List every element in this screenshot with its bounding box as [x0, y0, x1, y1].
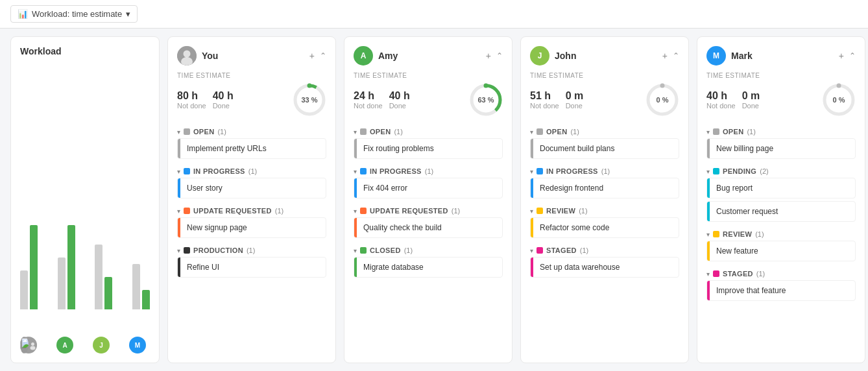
task-item[interactable]: Refactor some code: [530, 217, 679, 238]
task-item[interactable]: Migrate database: [354, 257, 503, 278]
top-bar: 📊 Workload: time estimate ▾: [0, 0, 868, 29]
bar-you-gray: [20, 270, 28, 309]
task-item[interactable]: Document build plans: [530, 138, 679, 159]
section-production: ▾ PRODUCTION (1) Refine UI: [177, 243, 326, 280]
add-icon[interactable]: +: [486, 51, 491, 61]
task-item[interactable]: Fix 404 error: [354, 178, 503, 198]
chart-bars-you: [20, 199, 38, 309]
section-pending: ▾ PENDING (2) Bug report Customer reques…: [706, 164, 856, 224]
task-item[interactable]: Bug report: [706, 178, 856, 198]
task-name: Quality check the build: [357, 218, 502, 237]
task-name: Fix routing problems: [357, 139, 502, 158]
workload-dropdown[interactable]: 📊 Workload: time estimate ▾: [10, 5, 138, 23]
donut-mark: 0 %: [822, 83, 856, 117]
section-header[interactable]: ▾ PRODUCTION (1): [177, 243, 326, 257]
svg-point-17: [837, 84, 841, 88]
svg-point-8: [307, 84, 312, 88]
section-header[interactable]: ▾ OPEN (1): [706, 125, 856, 138]
chevron-icon: ▾: [177, 208, 180, 215]
add-icon[interactable]: +: [309, 51, 315, 61]
task-name: Migrate database: [357, 257, 502, 277]
person-col-mark: M Mark + ⌃ TIME ESTIMATE 40 h Not done 0…: [697, 36, 865, 363]
te-not-done: 80 h Not done: [177, 90, 206, 110]
collapse-icon[interactable]: ⌃: [673, 51, 679, 60]
chevron-icon: ▾: [530, 208, 533, 215]
bar-you-green: [30, 225, 38, 309]
section-header[interactable]: ▾ OPEN (1): [177, 125, 326, 138]
task-item[interactable]: Set up data warehouse: [530, 257, 679, 278]
section-header[interactable]: ▾ REVIEW (1): [706, 227, 856, 241]
section-name: PENDING: [723, 167, 756, 175]
section-header[interactable]: ▾ OPEN (1): [354, 125, 503, 138]
donut-john: 0 %: [645, 83, 679, 117]
task-item[interactable]: Customer request: [706, 201, 856, 222]
section-review: ▾ REVIEW (1) New feature: [706, 227, 856, 264]
donut-amy: 63 %: [469, 83, 503, 117]
task-item[interactable]: Implement pretty URLs: [177, 138, 326, 159]
chart-area: [20, 67, 150, 329]
section-header[interactable]: ▾ PENDING (2): [706, 164, 856, 178]
section-dot: [536, 208, 543, 214]
te-not-done: 24 h Not done: [354, 90, 383, 110]
task-name: Bug report: [710, 178, 855, 198]
task-item[interactable]: User story: [177, 178, 326, 198]
section-header[interactable]: ▾ IN PROGRESS (1): [177, 164, 326, 178]
section-header[interactable]: ▾ IN PROGRESS (1): [354, 164, 503, 178]
task-name: Fix 404 error: [357, 178, 502, 198]
section-header[interactable]: ▾ REVIEW (1): [530, 204, 679, 217]
section-closed: ▾ CLOSED (1) Migrate database: [354, 243, 503, 280]
section-count: (2): [760, 167, 768, 175]
collapse-icon[interactable]: ⌃: [849, 51, 856, 60]
task-item[interactable]: Redesign frontend: [530, 178, 679, 198]
collapse-icon[interactable]: ⌃: [496, 51, 503, 60]
task-name: New feature: [710, 241, 855, 261]
section-dot: [184, 247, 190, 254]
task-item[interactable]: Fix routing problems: [354, 138, 503, 159]
te-label: TIME ESTIMATE: [530, 72, 679, 79]
task-name: Implement pretty URLs: [180, 139, 326, 158]
section-name: UPDATE REQUESTED: [370, 207, 448, 215]
section-dot: [360, 128, 367, 135]
chevron-icon: ▾: [354, 128, 357, 136]
person-name-mark: Mark: [731, 51, 753, 61]
chart-bars-john: [95, 199, 112, 309]
chevron-icon: ▾: [354, 208, 357, 215]
chevron-icon: ▾: [706, 128, 710, 136]
task-item[interactable]: New signup page: [177, 217, 326, 238]
collapse-icon[interactable]: ⌃: [320, 51, 326, 60]
task-item[interactable]: New feature: [706, 241, 856, 261]
section-header[interactable]: ▾ CLOSED (1): [354, 243, 503, 257]
task-item[interactable]: Improve that feature: [706, 280, 856, 301]
task-item[interactable]: New billing page: [706, 138, 856, 159]
chart-col-amy: [58, 199, 76, 309]
chevron-icon: ▾: [177, 168, 180, 175]
chevron-icon: ▾: [530, 128, 533, 136]
chevron-icon: ▾: [706, 231, 710, 238]
bar-john-green: [104, 277, 112, 309]
section-header[interactable]: ▾ IN PROGRESS (1): [530, 164, 679, 178]
add-icon[interactable]: +: [662, 51, 668, 61]
task-name: New signup page: [180, 218, 326, 237]
section-dot: [184, 128, 190, 135]
section-header[interactable]: ▾ UPDATE REQUESTED (1): [177, 204, 326, 217]
task-item[interactable]: Refine UI: [177, 257, 326, 278]
section-header[interactable]: ▾ OPEN (1): [530, 125, 679, 138]
section-name: REVIEW: [546, 207, 575, 215]
time-estimate-you: TIME ESTIMATE 80 h Not done 40 h Done 33…: [177, 72, 326, 117]
donut-you: 33 %: [293, 83, 326, 117]
chevron-icon: ▾: [706, 270, 710, 278]
donut-label: 0 %: [657, 96, 669, 104]
section-update-requested: ▾ UPDATE REQUESTED (1) Quality check the…: [354, 204, 503, 241]
add-icon[interactable]: +: [839, 51, 844, 61]
task-name: Set up data warehouse: [533, 257, 679, 277]
te-row: 51 h Not done 0 m Done 0 %: [530, 83, 679, 117]
task-item[interactable]: Quality check the build: [354, 217, 503, 238]
avatar-row: A J M: [20, 334, 150, 353]
section-header[interactable]: ▾ UPDATE REQUESTED (1): [354, 204, 503, 217]
section-header[interactable]: ▾ STAGED (1): [706, 267, 856, 280]
bar-mark-gray: [132, 264, 140, 309]
avatar-amy: A: [354, 46, 373, 66]
chevron-icon: ▾: [706, 168, 710, 175]
section-header[interactable]: ▾ STAGED (1): [530, 243, 679, 257]
section-name: IN PROGRESS: [193, 167, 245, 175]
